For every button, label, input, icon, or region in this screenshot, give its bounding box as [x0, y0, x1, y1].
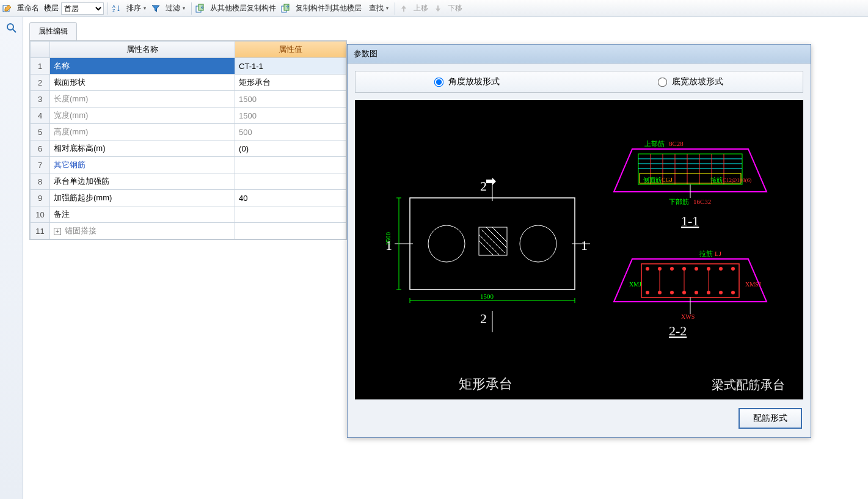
svg-text:A: A	[112, 4, 115, 9]
copy-from-button[interactable]: 从其他楼层复制构件	[208, 2, 279, 15]
sort-button[interactable]: 排序▾	[124, 2, 148, 15]
move-up-icon	[399, 4, 409, 13]
copy-from-icon	[195, 4, 205, 13]
move-down-button[interactable]: 下移	[445, 2, 465, 15]
rename-icon	[2, 4, 12, 13]
rename-button[interactable]: 重命名	[15, 2, 42, 15]
svg-text:Z: Z	[112, 9, 115, 13]
move-up-button[interactable]: 上移	[411, 2, 431, 15]
filter-icon	[151, 4, 161, 13]
floor-select[interactable]: 首层	[61, 2, 104, 15]
filter-button[interactable]: 过滤▾	[163, 2, 188, 15]
sort-icon: AZ	[112, 4, 122, 13]
find-button[interactable]: 查找▾	[367, 2, 391, 15]
copy-to-icon	[281, 4, 291, 13]
copy-to-button[interactable]: 复制构件到其他楼层	[293, 2, 364, 15]
floor-label: 楼层	[44, 3, 59, 13]
main-toolbar: 重命名 楼层 首层 AZ 排序▾ 过滤▾ 从其他楼层复制构件 复制构件到其他楼层…	[0, 0, 868, 17]
move-down-icon	[433, 4, 443, 13]
svg-rect-6	[284, 4, 289, 10]
